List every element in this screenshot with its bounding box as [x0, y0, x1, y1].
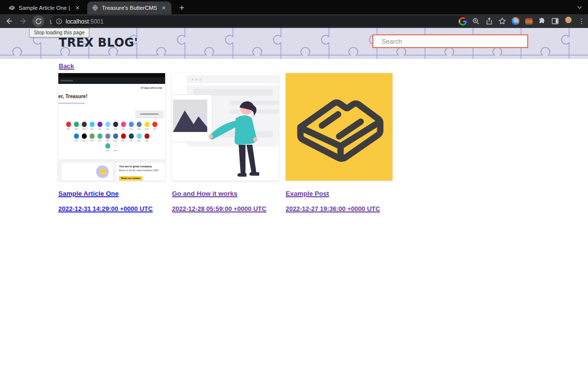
post-date-link[interactable]: 2022-12-28 05:59:00 +0000 UTC — [172, 205, 267, 212]
forward-button[interactable] — [18, 15, 29, 27]
tech-stack-icon — [74, 133, 79, 141]
post-thumbnail-illustration[interactable] — [172, 73, 279, 181]
share-icon[interactable] — [485, 17, 493, 26]
tab-close-icon[interactable]: ✕ — [74, 4, 81, 11]
bookmark-star-icon[interactable] — [498, 17, 507, 26]
dashboard-topbar — [58, 73, 165, 78]
tech-stack-icon — [90, 122, 95, 130]
menu-kebab-icon[interactable]: ⋮ — [577, 17, 586, 26]
envelope-icon — [96, 165, 109, 178]
address-bar[interactable]: localhost:5001 — [51, 16, 466, 26]
browser-toolbar: localhost:5001 — [0, 14, 588, 28]
post-card: 27 days left in trial er, Treasure! You … — [58, 73, 165, 181]
globe-favicon — [92, 4, 98, 11]
post-title-link[interactable]: Sample Article One — [58, 190, 119, 197]
tech-stack-icon — [105, 133, 111, 141]
tech-stack-icon — [113, 143, 119, 151]
tech-stack-icon — [113, 122, 119, 130]
dashboard-footer-strip: You are in great company Butter is the #… — [58, 159, 165, 181]
post-date-link[interactable]: 2022-12-31 14:29:00 +0000 UTC — [58, 205, 153, 212]
tech-stack-row-3 — [58, 143, 165, 151]
trial-countdown-text: 27 days left in trial — [141, 86, 162, 89]
tech-stack-icon — [121, 133, 126, 141]
tab-treasures-blog[interactable]: Treasure's ButterCMS Blog ✕ — [87, 1, 172, 14]
tech-stack-icon — [98, 133, 103, 141]
site-info-icon[interactable] — [56, 18, 62, 25]
tab-close-icon[interactable]: ✕ — [160, 4, 167, 11]
tab-search-chevron-icon[interactable] — [576, 4, 583, 11]
new-tab-button[interactable]: + — [176, 2, 187, 13]
back-button[interactable] — [3, 15, 15, 27]
tech-stack-icon — [121, 122, 126, 130]
back-link[interactable]: Back — [59, 62, 74, 70]
zoom-search-icon[interactable] — [471, 17, 480, 26]
extension-drive-icon[interactable] — [524, 17, 533, 26]
post-card: Go and How it works 2022-12-28 05:59:00 … — [172, 73, 279, 181]
reload-tooltip: Stop loading this page — [29, 28, 89, 37]
read-reviews-button: Read our reviews — [119, 176, 143, 181]
url-host: localhost — [66, 18, 89, 25]
post-thumbnail-dashboard[interactable]: 27 days left in trial er, Treasure! You … — [58, 73, 165, 181]
reload-button[interactable] — [32, 15, 44, 27]
reviews-card-title: You are in great company — [119, 165, 162, 168]
reviews-card: You are in great company Butter is the #… — [116, 163, 165, 181]
tech-stack-icon — [152, 122, 158, 130]
google-extension-icon[interactable] — [458, 17, 467, 26]
tech-stack-icon — [113, 133, 119, 141]
tab-title: Treasure's ButterCMS Blog — [102, 5, 157, 11]
tech-stack-icon — [90, 133, 95, 141]
site-title: TREX BLOG' — [59, 36, 138, 50]
tab-title: Sample Article One | ButterCM — [19, 5, 71, 11]
tech-stack-icon — [137, 122, 142, 130]
tab-strip: Sample Article One | ButterCM ✕ Treasure… — [0, 0, 588, 14]
tech-stack-row-1 — [58, 122, 165, 130]
tech-stack-icon — [105, 122, 111, 130]
tech-stack-icon — [66, 122, 72, 130]
newsletter-card — [62, 163, 113, 181]
buttercms-logo — [286, 73, 392, 181]
post-thumbnail-buttercms-logo[interactable] — [286, 73, 392, 181]
dashboard-subtext-bar — [58, 103, 85, 104]
tech-stack-icon — [74, 122, 79, 130]
person-illustration — [172, 73, 279, 181]
tab-sample-article[interactable]: Sample Article One | ButterCM ✕ — [4, 1, 85, 14]
tech-stack-icon — [145, 133, 150, 141]
reviews-card-subtitle: Butter is the #1 rated headless CMS — [119, 169, 162, 172]
extensions-puzzle-icon[interactable] — [538, 17, 546, 26]
dashboard-navbar — [58, 78, 165, 84]
tech-stack-icon — [129, 122, 134, 130]
side-panel-icon[interactable] — [551, 17, 560, 26]
tech-stack-icon — [137, 133, 142, 141]
url-port: :5001 — [89, 18, 103, 25]
tech-stack-icon — [145, 122, 150, 130]
image-placeholder-card — [172, 95, 212, 142]
search-input[interactable] — [372, 34, 528, 48]
post-title-link[interactable]: Go and How it works — [172, 190, 238, 197]
run-locally-chip — [135, 110, 164, 118]
tech-stack-icon — [105, 143, 111, 151]
post-card: Example Post 2022-12-27 19:36:00 +0000 U… — [286, 73, 392, 181]
post-date-link[interactable]: 2022-12-27 19:36:00 +0000 UTC — [286, 205, 380, 212]
tech-stack-icon — [82, 122, 87, 130]
post-title-link[interactable]: Example Post — [286, 190, 329, 197]
tech-stack-icon — [98, 122, 103, 130]
buttercms-favicon — [8, 4, 15, 11]
tech-stack-icon — [82, 133, 87, 141]
browser-window: Sample Article One | ButterCM ✕ Treasure… — [0, 0, 588, 368]
extension-orb-icon[interactable] — [511, 17, 520, 26]
tech-stack-row-2 — [58, 133, 165, 141]
profile-avatar[interactable] — [564, 17, 573, 26]
dashboard-greeting: er, Treasure! — [58, 94, 87, 99]
tech-stack-icon — [129, 133, 134, 141]
